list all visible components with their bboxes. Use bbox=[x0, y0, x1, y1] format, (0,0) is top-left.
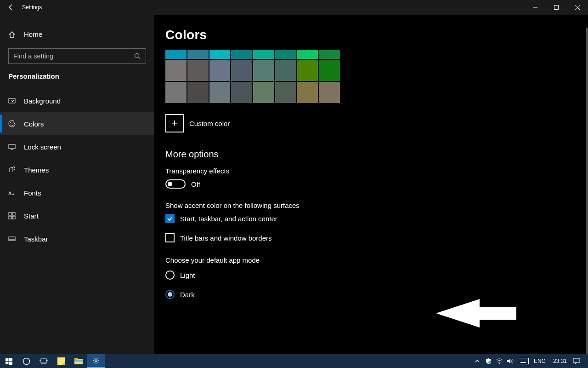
svg-rect-16 bbox=[9, 237, 15, 241]
tray-action-center-icon[interactable] bbox=[572, 357, 581, 365]
nav-start[interactable]: Start bbox=[0, 204, 154, 227]
checkbox-start-label: Start, taskbar, and action center bbox=[180, 215, 277, 223]
svg-point-33 bbox=[488, 361, 491, 364]
color-swatch[interactable] bbox=[209, 50, 231, 59]
search-icon bbox=[134, 52, 141, 60]
nav-background[interactable]: Background bbox=[0, 89, 154, 112]
svg-rect-13 bbox=[12, 213, 15, 215]
svg-rect-22 bbox=[9, 362, 12, 365]
search-input-wrapper[interactable] bbox=[8, 48, 146, 64]
svg-rect-20 bbox=[9, 358, 12, 361]
close-button[interactable] bbox=[567, 0, 588, 15]
taskbar-app-settings[interactable] bbox=[87, 354, 105, 368]
tray-clock[interactable]: 23:31 bbox=[550, 358, 570, 364]
radio-dark[interactable] bbox=[165, 290, 175, 299]
color-swatch[interactable] bbox=[297, 60, 318, 81]
titlebar: Settings bbox=[0, 0, 588, 15]
checkbox-title-bars[interactable] bbox=[165, 233, 175, 242]
taskbar-icon bbox=[8, 235, 16, 242]
window-title: Settings bbox=[22, 4, 42, 11]
transparency-state: Off bbox=[191, 180, 200, 188]
color-swatch-grid bbox=[165, 50, 340, 103]
tray-security-icon[interactable] bbox=[484, 357, 492, 365]
cortana-button[interactable] bbox=[17, 354, 35, 368]
color-swatch[interactable] bbox=[297, 82, 318, 103]
taskbar-app-file-explorer[interactable] bbox=[70, 354, 87, 368]
color-swatch[interactable] bbox=[231, 82, 252, 103]
home-icon bbox=[8, 31, 16, 38]
back-icon[interactable] bbox=[7, 4, 15, 11]
tray-chevron-up-icon[interactable] bbox=[473, 357, 481, 365]
svg-rect-42 bbox=[573, 358, 580, 362]
fonts-icon: AA bbox=[8, 189, 16, 196]
svg-rect-35 bbox=[518, 358, 528, 364]
radio-light[interactable] bbox=[165, 270, 175, 280]
nav-lock-screen[interactable]: Lock screen bbox=[0, 135, 154, 158]
tray-language[interactable]: ENG bbox=[532, 358, 548, 364]
plus-icon: + bbox=[165, 114, 184, 132]
nav-colors[interactable]: Colors bbox=[0, 112, 154, 135]
content-area: Colors + Custom color More options Trans… bbox=[154, 15, 588, 354]
nav-themes[interactable]: Themes bbox=[0, 158, 154, 181]
svg-point-7 bbox=[12, 125, 13, 126]
color-swatch[interactable] bbox=[319, 60, 340, 81]
svg-rect-8 bbox=[9, 144, 15, 149]
task-view-button[interactable] bbox=[35, 354, 52, 368]
color-swatch[interactable] bbox=[209, 82, 231, 103]
svg-rect-24 bbox=[41, 359, 46, 363]
start-button[interactable] bbox=[0, 354, 17, 368]
svg-point-23 bbox=[23, 358, 29, 364]
color-swatch[interactable] bbox=[297, 50, 318, 59]
tray-keyboard-icon[interactable] bbox=[517, 357, 529, 365]
color-swatch[interactable] bbox=[275, 82, 296, 103]
color-swatch[interactable] bbox=[231, 60, 252, 81]
svg-point-2 bbox=[135, 54, 139, 58]
custom-color-row[interactable]: + Custom color bbox=[165, 114, 588, 132]
lock-screen-icon bbox=[8, 143, 16, 150]
svg-text:A: A bbox=[12, 192, 14, 196]
tray-volume-icon[interactable] bbox=[506, 357, 514, 365]
transparency-label: Transparency effects bbox=[165, 167, 588, 175]
color-swatch[interactable] bbox=[187, 50, 209, 59]
svg-point-34 bbox=[499, 363, 500, 364]
home-link[interactable]: Home bbox=[0, 26, 154, 43]
more-options-heading: More options bbox=[165, 149, 588, 160]
svg-text:A: A bbox=[8, 190, 12, 196]
color-swatch[interactable] bbox=[319, 82, 340, 103]
color-swatch[interactable] bbox=[231, 50, 252, 59]
nav-taskbar[interactable]: Taskbar bbox=[0, 227, 154, 250]
sidebar: Home Personalization Background bbox=[0, 15, 154, 354]
color-swatch[interactable] bbox=[165, 60, 187, 81]
color-swatch[interactable] bbox=[253, 60, 274, 81]
svg-rect-31 bbox=[74, 360, 83, 362]
checkbox-start-taskbar[interactable] bbox=[165, 214, 175, 223]
show-desktop-button[interactable] bbox=[583, 354, 586, 368]
nav-label: Lock screen bbox=[24, 143, 61, 151]
color-swatch[interactable] bbox=[165, 50, 187, 59]
color-swatch[interactable] bbox=[275, 50, 296, 59]
color-swatch[interactable] bbox=[253, 82, 274, 103]
minimize-button[interactable] bbox=[525, 0, 546, 15]
color-swatch[interactable] bbox=[187, 60, 209, 81]
scrollbar[interactable] bbox=[586, 28, 588, 354]
nav-label: Themes bbox=[24, 166, 49, 174]
svg-line-3 bbox=[139, 58, 141, 59]
color-swatch[interactable] bbox=[319, 50, 340, 59]
tray-wifi-icon[interactable] bbox=[495, 357, 503, 365]
svg-rect-21 bbox=[6, 362, 9, 364]
color-swatch[interactable] bbox=[165, 82, 187, 103]
search-input[interactable] bbox=[13, 52, 134, 60]
maximize-button[interactable] bbox=[546, 0, 567, 15]
nav-fonts[interactable]: AA Fonts bbox=[0, 181, 154, 204]
color-swatch[interactable] bbox=[275, 60, 296, 81]
background-icon bbox=[8, 97, 16, 104]
taskbar-app-sticky-notes[interactable] bbox=[52, 354, 70, 368]
color-swatch[interactable] bbox=[253, 50, 274, 59]
svg-rect-12 bbox=[9, 213, 11, 215]
radio-light-label: Light bbox=[180, 271, 195, 279]
color-swatch[interactable] bbox=[209, 60, 231, 81]
nav-label: Taskbar bbox=[24, 235, 48, 243]
color-swatch[interactable] bbox=[187, 82, 209, 103]
transparency-toggle[interactable] bbox=[165, 179, 186, 189]
custom-color-label: Custom color bbox=[189, 120, 230, 127]
